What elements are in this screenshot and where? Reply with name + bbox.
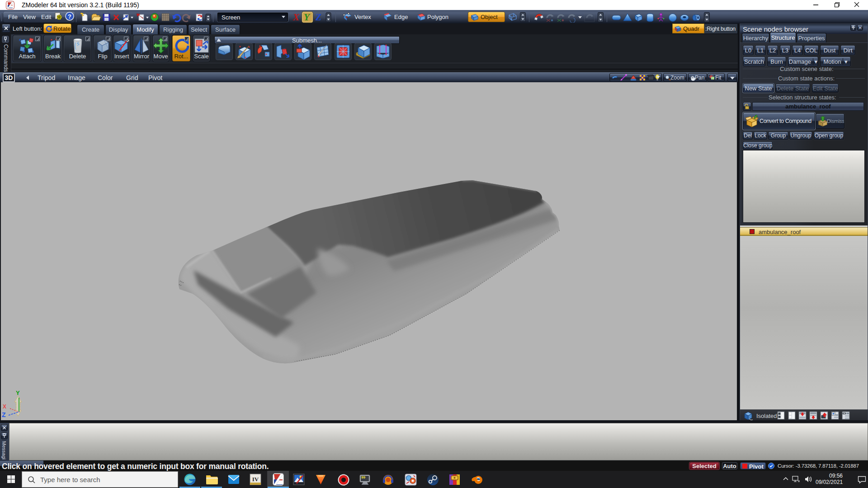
svg-text:Y: Y	[304, 12, 311, 23]
svg-text:IV: IV	[252, 476, 259, 483]
svg-text:?: ?	[68, 13, 71, 20]
svg-text:Z: Z	[315, 12, 321, 23]
svg-text:X: X	[3, 404, 6, 410]
svg-text:Z: Z	[2, 411, 6, 418]
svg-text:Isolated: Isolated	[756, 413, 777, 419]
svg-text:99: 99	[361, 475, 365, 479]
svg-text:X: X	[292, 12, 300, 23]
svg-text:Y: Y	[16, 389, 20, 396]
